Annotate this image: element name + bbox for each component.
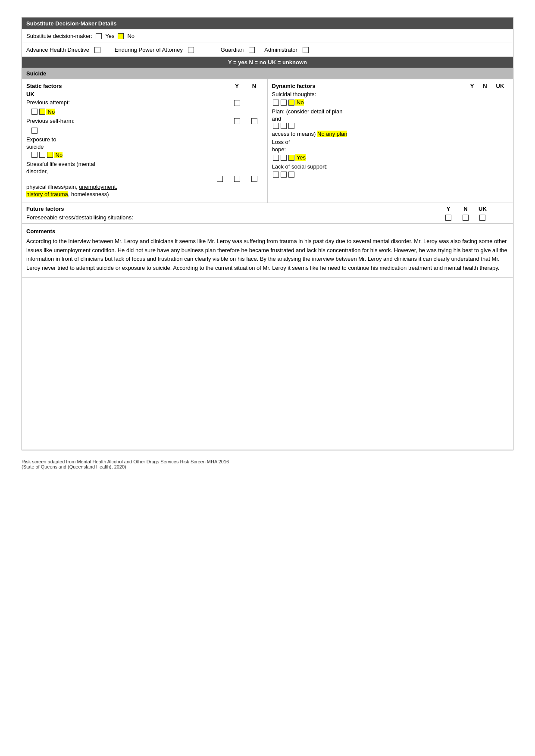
and-label: and bbox=[272, 116, 282, 122]
advance-health-checkbox[interactable] bbox=[94, 47, 100, 53]
comments-section: Comments According to the interview betw… bbox=[22, 224, 513, 278]
hope-label: hope: bbox=[272, 146, 286, 153]
future-y-cb[interactable] bbox=[445, 215, 451, 221]
prev-attempt-no-cb[interactable] bbox=[39, 109, 45, 115]
foreseeable-stress-label: Foreseeable stress/destabilising situati… bbox=[26, 214, 133, 221]
lack-social-row: Lack of social support: bbox=[272, 163, 509, 170]
loss-of-label: Loss of bbox=[272, 139, 290, 145]
prev-attempt-cb1[interactable] bbox=[31, 109, 38, 115]
suicide-label-row: suicide bbox=[26, 144, 263, 150]
st-n-cb[interactable] bbox=[281, 100, 287, 106]
exposure-no-label: No bbox=[54, 152, 63, 158]
access-label: access to means) bbox=[272, 131, 316, 137]
hope-n-cb[interactable] bbox=[281, 155, 287, 161]
exposure-label-row: Exposure to bbox=[26, 136, 263, 143]
future-y-header: Y bbox=[447, 206, 451, 212]
footer: Risk screen adapted from Mental Health A… bbox=[22, 459, 513, 469]
prev-self-harm-checkbox-row bbox=[31, 127, 263, 134]
stressful-y-cb[interactable] bbox=[217, 176, 223, 182]
lack-social-label: Lack of social support: bbox=[272, 163, 328, 170]
substitute-no-label: No bbox=[127, 33, 135, 39]
comments-header: Comments bbox=[26, 228, 509, 234]
dynamic-header-text: Dynamic factors bbox=[272, 83, 316, 89]
substitute-section-header: Substitute Decision-Maker Details bbox=[22, 18, 513, 29]
hope-y-cb[interactable] bbox=[273, 155, 279, 161]
exposure-n-cb[interactable] bbox=[39, 152, 45, 158]
lack-y-cb[interactable] bbox=[273, 172, 279, 178]
n-col-header: N bbox=[246, 83, 263, 89]
administrator-checkbox[interactable] bbox=[303, 47, 309, 53]
history-of-trauma-label: history of trauma bbox=[26, 191, 68, 197]
future-uk-cb[interactable] bbox=[479, 215, 485, 221]
hope-yes-cb[interactable] bbox=[288, 155, 294, 161]
stressful-uk-cb[interactable] bbox=[251, 176, 257, 182]
suicide-section-header: Suicide bbox=[22, 68, 513, 79]
previous-self-harm-row: Previous self-harm: bbox=[26, 118, 263, 125]
prev-attempt-no-row: No bbox=[31, 109, 263, 115]
plan-row1: Plan: (consider detail of plan bbox=[272, 108, 509, 115]
exposure-label: Exposure to bbox=[26, 136, 56, 143]
st-y-cb[interactable] bbox=[273, 100, 279, 106]
stressful-label-row: Stressful life events (mental bbox=[26, 161, 263, 167]
lack-uk-cb[interactable] bbox=[288, 172, 294, 178]
lack-n-cb[interactable] bbox=[281, 172, 287, 178]
suicide-sublabel: suicide bbox=[26, 144, 44, 150]
plan-label: Plan: (consider detail of plan bbox=[272, 108, 343, 115]
exposure-no-cb[interactable] bbox=[47, 152, 53, 158]
empty-space bbox=[22, 278, 513, 450]
stressful-label: Stressful life events (mental bbox=[26, 161, 95, 167]
dynamic-factors-col: Dynamic factors Y N UK Suicidal thoughts… bbox=[268, 79, 513, 203]
suicide-header-text: Suicide bbox=[26, 70, 46, 77]
exposure-y-cb[interactable] bbox=[31, 152, 38, 158]
homelessness-label: , homelessness) bbox=[68, 191, 109, 197]
substitute-yes-checkbox[interactable] bbox=[96, 33, 102, 39]
comments-text: According to the interview between Mr. L… bbox=[26, 237, 509, 273]
prev-selfharm-cb[interactable] bbox=[31, 128, 38, 134]
guardian-checkbox[interactable] bbox=[249, 47, 255, 53]
no-any-plan-label: No any plan bbox=[317, 131, 347, 137]
future-n-cb[interactable] bbox=[463, 215, 469, 221]
dy-col-y: Y bbox=[466, 83, 479, 89]
prev-selfharm-n-cb[interactable] bbox=[251, 118, 257, 124]
st-no-cb[interactable] bbox=[288, 100, 294, 106]
hope-checkboxes: Yes bbox=[272, 154, 509, 161]
static-factors-col: Static factors Y N UK Previous attempt: bbox=[22, 79, 268, 203]
suicidal-thoughts-row: Suicidal thoughts: bbox=[272, 91, 509, 97]
future-n-header: N bbox=[463, 206, 467, 212]
suicidal-thoughts-label: Suicidal thoughts: bbox=[272, 91, 316, 97]
suicidal-thoughts-checkboxes: No bbox=[272, 99, 509, 106]
main-container: Substitute Decision-Maker Details Substi… bbox=[22, 17, 513, 450]
enduring-power-label: Enduring Power of Attorney bbox=[115, 47, 183, 53]
plan-row2: and bbox=[272, 116, 509, 122]
substitute-no-checkbox[interactable] bbox=[118, 33, 124, 39]
guardian-label: Guardian bbox=[221, 47, 244, 53]
history-trauma-row: history of trauma, homelessness) bbox=[26, 191, 263, 197]
stressful-checkboxes-row bbox=[26, 175, 263, 182]
stressful-n-cb[interactable] bbox=[234, 176, 240, 182]
static-factors-header: Static factors bbox=[26, 83, 228, 89]
enduring-power-checkbox[interactable] bbox=[188, 47, 194, 53]
disorder-label: disorder, bbox=[26, 168, 48, 175]
previous-attempt-label: Previous attempt: bbox=[26, 99, 70, 106]
previous-attempt-row: Previous attempt: bbox=[26, 99, 263, 106]
administrator-label: Administrator bbox=[264, 47, 297, 53]
prev-selfharm-y-cb[interactable] bbox=[234, 118, 240, 124]
dynamic-header-row: Dynamic factors Y N UK bbox=[272, 83, 509, 89]
substitute-maker-row: Substitute decision-maker: Yes No bbox=[22, 29, 513, 43]
unemployment-label: unemployment, bbox=[79, 184, 117, 190]
plan-checkboxes bbox=[272, 123, 509, 129]
y-col-header: Y bbox=[228, 83, 246, 89]
substitute-label: Substitute decision-maker: bbox=[26, 33, 92, 39]
advance-health-row: Advance Health Directive Enduring Power … bbox=[22, 43, 513, 57]
dy-col-uk: UK bbox=[491, 83, 509, 89]
prev-self-harm-label: Previous self-harm: bbox=[26, 118, 75, 124]
static-uk-row: UK bbox=[26, 91, 263, 97]
loss-of-row: Loss of bbox=[272, 139, 509, 145]
plan-uk-cb[interactable] bbox=[288, 123, 294, 129]
hope-yes-label: Yes bbox=[295, 154, 306, 161]
prev-attempt-y-checkbox[interactable] bbox=[234, 100, 240, 106]
future-factors-header: Future factors bbox=[26, 206, 64, 212]
plan-y-cb[interactable] bbox=[273, 123, 279, 129]
plan-n-cb[interactable] bbox=[281, 123, 287, 129]
physical-illness-label: physical illness/pain, bbox=[26, 184, 78, 190]
